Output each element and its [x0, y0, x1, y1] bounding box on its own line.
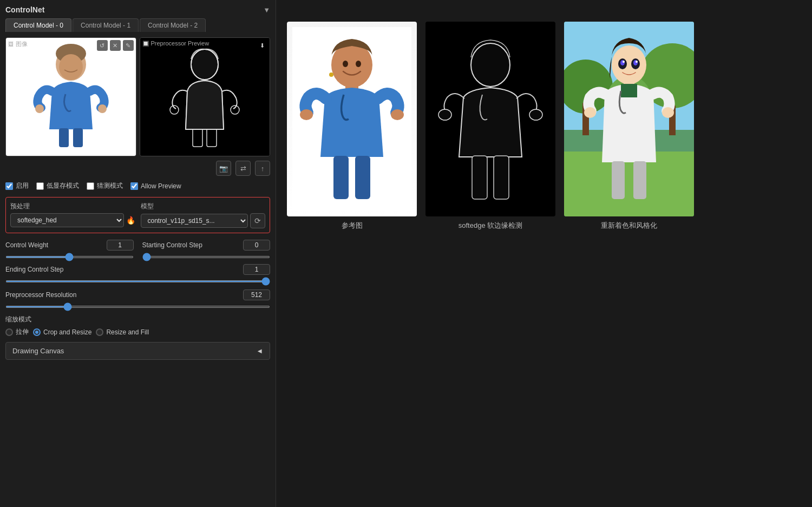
camera-btn[interactable]: 📷 — [216, 161, 231, 176]
svg-point-12 — [192, 50, 217, 78]
control-weight-value[interactable]: 1 — [107, 240, 134, 251]
svg-point-17 — [300, 109, 313, 120]
zoom-crop-label: Crop and Resize — [43, 328, 91, 336]
anime-output-svg — [564, 22, 694, 216]
nurse-source-svg — [28, 43, 114, 151]
starting-step-value[interactable]: 0 — [243, 240, 270, 251]
guess-mode-label: 猜测模式 — [97, 181, 123, 190]
ending-step-slider[interactable] — [5, 280, 270, 282]
resolution-slider[interactable] — [5, 306, 270, 308]
enable-checkbox[interactable] — [5, 182, 13, 190]
drawing-canvas-arrow: ◄ — [256, 347, 263, 355]
svg-rect-41 — [621, 84, 637, 97]
preprocessor-label: 预处理 — [10, 202, 135, 211]
preprocessor-preview-label: 🔲 Preprocessor Preview — [142, 40, 209, 47]
low-vram-checkbox[interactable] — [36, 182, 44, 190]
low-vram-label: 低显存模式 — [47, 181, 79, 190]
zoom-fill-radio[interactable] — [96, 328, 103, 336]
svg-point-51 — [636, 61, 638, 63]
allow-preview-checkbox-item[interactable]: Allow Preview — [130, 182, 181, 190]
enable-checkbox-item[interactable]: 启用 — [5, 181, 29, 190]
resolution-section: Preprocessor Resolution 512 — [5, 289, 270, 310]
source-image-label: 🖼 图像 — [8, 40, 28, 48]
zoom-fill-label: Resize and Fill — [106, 328, 149, 336]
control-weight-label: Control Weight — [5, 241, 48, 249]
preprocessor-col: 预处理 softedge_hed 🔥 — [10, 202, 135, 228]
svg-point-4 — [98, 104, 107, 113]
svg-point-22 — [356, 61, 361, 67]
guess-mode-checkbox-item[interactable]: 猜测模式 — [87, 181, 123, 190]
zoom-crop-radio[interactable] — [33, 328, 41, 336]
panel-collapse-arrow[interactable]: ▼ — [263, 6, 270, 14]
allow-preview-checkbox[interactable] — [130, 182, 138, 190]
tab-control-model-1[interactable]: Control Model - 1 — [73, 18, 139, 32]
image-row: 🖼 图像 ↺ ✕ ✎ — [5, 37, 270, 156]
zoom-mode-label: 缩放模式 — [5, 315, 270, 324]
svg-point-39 — [612, 45, 646, 84]
tab-control-model-2[interactable]: Control Model - 2 — [140, 18, 206, 32]
svg-point-28 — [529, 109, 542, 120]
resolution-value[interactable]: 512 — [243, 289, 270, 300]
svg-point-42 — [584, 107, 596, 118]
upload-btn[interactable]: ↑ — [255, 161, 270, 176]
drawing-canvas-row[interactable]: Drawing Canvas ◄ — [5, 342, 270, 360]
starting-step-group: Starting Control Step 0 — [142, 240, 271, 260]
control-weight-slider[interactable] — [5, 256, 134, 258]
reference-image — [287, 22, 417, 216]
zoom-fill-item[interactable]: Resize and Fill — [96, 327, 149, 337]
guess-mode-checkbox[interactable] — [87, 182, 94, 190]
source-image-controls: ↺ ✕ ✎ — [97, 40, 134, 51]
refresh-image-btn[interactable]: ↺ — [97, 40, 108, 51]
control-weight-header: Control Weight 1 — [5, 240, 134, 251]
preprocessor-preview-box: 🔲 Preprocessor Preview ⬇ — [140, 37, 271, 156]
gallery-caption-2: 重新着色和风格化 — [601, 221, 657, 231]
svg-rect-10 — [193, 128, 202, 147]
zoom-stretch-item[interactable]: 拉伸 — [5, 327, 29, 337]
source-image-box: 🖼 图像 ↺ ✕ ✎ — [5, 37, 136, 156]
zoom-stretch-radio[interactable] — [5, 328, 13, 336]
svg-rect-6 — [73, 128, 83, 147]
svg-rect-19 — [333, 156, 349, 199]
model-select[interactable]: control_v11p_sd15_s... — [141, 214, 248, 228]
close-image-btn[interactable]: ✕ — [110, 40, 121, 51]
svg-rect-44 — [612, 161, 625, 199]
drawing-canvas-label: Drawing Canvas — [12, 347, 64, 355]
ending-step-label: Ending Control Step — [5, 266, 63, 273]
ending-step-header: Ending Control Step 1 — [5, 264, 270, 275]
transfer-btn[interactable]: ⇄ — [235, 161, 251, 176]
svg-rect-11 — [207, 128, 217, 147]
svg-point-3 — [35, 104, 44, 113]
low-vram-checkbox-item[interactable]: 低显存模式 — [36, 181, 79, 190]
ending-step-value[interactable]: 1 — [243, 264, 270, 275]
model-col: 模型 control_v11p_sd15_s... ⟳ — [141, 202, 266, 228]
svg-rect-30 — [494, 156, 509, 199]
sketch-output-svg — [431, 27, 550, 211]
starting-step-slider[interactable] — [142, 256, 271, 258]
model-refresh-btn[interactable]: ⟳ — [250, 213, 265, 228]
gallery-item-anime: 重新着色和风格化 — [564, 22, 694, 231]
download-preview-btn[interactable]: ⬇ — [257, 40, 267, 51]
svg-point-23 — [329, 73, 333, 77]
zoom-crop-item[interactable]: Crop and Resize — [33, 327, 91, 337]
sketch-image-content — [140, 38, 270, 156]
reference-nurse-svg — [292, 27, 411, 211]
source-image-content[interactable] — [6, 38, 136, 156]
svg-rect-5 — [59, 128, 69, 147]
gallery-caption-1: softedge 软边缘检测 — [459, 221, 523, 231]
gallery-item-reference: 参考图 — [287, 22, 417, 231]
model-selection-box: 预处理 softedge_hed 🔥 模型 control_v11p_sd15_… — [5, 197, 270, 233]
svg-point-8 — [170, 106, 179, 114]
edit-image-btn[interactable]: ✎ — [123, 40, 134, 51]
control-weight-group: Control Weight 1 — [5, 240, 134, 260]
preview-image-controls: ⬇ — [257, 40, 267, 51]
svg-point-9 — [231, 106, 239, 114]
tab-control-model-0[interactable]: Control Model - 0 — [5, 18, 71, 32]
preprocessor-select[interactable]: softedge_hed — [10, 213, 124, 227]
model-row: 预处理 softedge_hed 🔥 模型 control_v11p_sd15_… — [10, 202, 265, 228]
resolution-label: Preprocessor Resolution — [5, 291, 76, 299]
starting-step-label: Starting Control Step — [142, 241, 202, 249]
gallery-caption-0: 参考图 — [342, 221, 363, 231]
preview-label-text: Preprocessor Preview — [151, 40, 209, 47]
model-select-wrapper: control_v11p_sd15_s... ⟳ — [141, 213, 266, 228]
nurse-sketch-svg — [161, 43, 248, 151]
